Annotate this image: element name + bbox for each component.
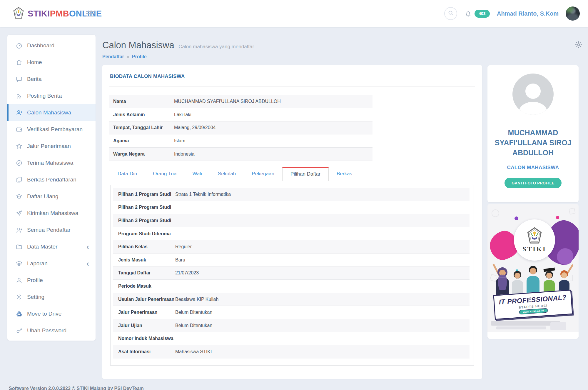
sidebar-item-label: Dashboard xyxy=(27,42,54,49)
row-value: Strata 1 Teknik Informatika xyxy=(175,192,231,197)
sidebar-item-calon-mahasiswa[interactable]: Calon Mahasiswa xyxy=(7,104,96,121)
profile-photo-placeholder xyxy=(512,74,554,115)
registration-table: Pilihan 1 Program StudiStrata 1 Teknik I… xyxy=(113,188,470,359)
user-plus-icon xyxy=(15,109,23,116)
row-label: Nama xyxy=(109,99,174,104)
sidebar-item-label: Semua Pendaftar xyxy=(27,227,71,233)
row-label: Jenis Masuk xyxy=(113,257,175,263)
sidebar-item-semua-pendaftar[interactable]: Semua Pendaftar xyxy=(7,221,96,238)
sidebar-item-ubah-password[interactable]: Ubah Password xyxy=(7,322,96,339)
row-label: Usulan Jalur Penerimaan xyxy=(113,297,175,302)
chevron-left-icon: ‹ xyxy=(86,260,89,267)
sidebar-item-laporan[interactable]: Laporan‹ xyxy=(7,255,96,272)
app-root: STIKIPMBONLINE 403 Ahmad Rianto, S.Kom D… xyxy=(0,0,588,390)
user-name[interactable]: Ahmad Rianto, S.Kom xyxy=(497,10,559,17)
sidebar-item-move-to-drive[interactable]: Move to Drive xyxy=(7,305,96,322)
table-row: Jalur PenerimaanBelum Ditentukan xyxy=(113,306,470,319)
sidebar-item-dashboard[interactable]: Dashboard xyxy=(7,37,96,54)
table-row: Tempat, Tanggal LahirMalang, 29/09/2004 xyxy=(109,121,372,135)
table-row: Nomor Induk Mahasiswa xyxy=(113,332,470,346)
row-value: Belum Ditentukan xyxy=(175,323,212,328)
row-value: Islam xyxy=(174,138,185,144)
row-value: 21/07/2023 xyxy=(175,270,199,276)
tab-berkas[interactable]: Berkas xyxy=(329,167,360,181)
breadcrumb-link-pendaftar[interactable]: Pendaftar xyxy=(102,54,124,59)
star-icon xyxy=(15,142,23,150)
banner-brand: STIKI xyxy=(522,245,546,253)
table-row: NamaMUCHAMMAD SYAFI'ULLANA SIROJ ABDULLO… xyxy=(109,95,372,108)
sidebar-item-label: Move to Drive xyxy=(27,311,61,317)
sidebar-item-label: Setting xyxy=(27,294,44,300)
profile-name: MUCHAMMAD SYAFI'ULLANA SIROJ ABDULLOH xyxy=(487,128,579,158)
sidebar-item-label: Jalur Penerimaan xyxy=(27,143,71,149)
sidebar-item-jalur-penerimaan[interactable]: Jalur Penerimaan xyxy=(7,138,96,154)
user-avatar[interactable] xyxy=(566,6,580,21)
chat-icon xyxy=(15,75,23,83)
promo-card: STIKI xyxy=(487,204,579,339)
tab-wali[interactable]: Wali xyxy=(184,167,210,181)
sidebar-item-label: Data Master xyxy=(27,244,57,250)
biodata-card: BIODATA CALON MAHASISWA NamaMUCHAMMAD SY… xyxy=(102,65,482,379)
files-icon xyxy=(15,176,23,183)
tab-sekolah[interactable]: Sekolah xyxy=(210,167,244,181)
tab-pekerjaan[interactable]: Pekerjaan xyxy=(244,167,282,181)
table-row: Jenis KelaminLaki-laki xyxy=(109,108,372,121)
sidebar-item-berkas-pendaftaran[interactable]: Berkas Pendaftaran xyxy=(7,171,96,188)
tab-data-diri[interactable]: Data Diri xyxy=(110,167,145,181)
folder-icon xyxy=(15,243,23,250)
table-row: Pilihan KelasReguler xyxy=(113,240,470,254)
row-value: Laki-laki xyxy=(174,112,191,117)
rss-icon xyxy=(15,92,23,99)
sidebar-item-label: Calon Mahasiswa xyxy=(27,109,71,116)
sidebar-item-label: Profile xyxy=(27,277,43,284)
row-label: Agama xyxy=(109,138,174,144)
table-row: Periode Masuk xyxy=(113,280,470,293)
notifications[interactable]: 403 xyxy=(464,10,490,18)
sidebar-item-posting-berita[interactable]: Posting Berita xyxy=(7,87,96,104)
row-label: Periode Masuk xyxy=(113,284,175,289)
sidebar-item-label: Berkas Pendaftaran xyxy=(27,176,76,183)
sidebar-item-profile[interactable]: Profile xyxy=(7,272,96,289)
sidebar-item-data-master[interactable]: Data Master‹ xyxy=(7,238,96,255)
table-row: Program Studi Diterima xyxy=(113,227,470,241)
row-value: Malang, 29/09/2004 xyxy=(174,125,216,130)
search-icon xyxy=(447,10,454,17)
row-label: Nomor Induk Mahasiswa xyxy=(113,336,175,341)
sidebar-item-label: Daftar Ulang xyxy=(27,193,59,200)
breadcrumb-link-profile[interactable]: Profile xyxy=(132,54,147,59)
sidebar-item-berita[interactable]: Berita xyxy=(7,71,96,87)
tab-orang-tua[interactable]: Orang Tua xyxy=(145,167,184,181)
sidebar-item-daftar-ulang[interactable]: Daftar Ulang xyxy=(7,188,96,205)
sidebar-item-kirimkan-mahasiswa[interactable]: Kirimkan Mahasiswa xyxy=(7,205,96,221)
footer-version-text: Software Version 2.0.0.2023 © STIKI Mala… xyxy=(9,386,144,390)
paper-plane-icon xyxy=(15,209,23,217)
banner-headline: IT PROFESSIONAL? xyxy=(499,294,567,306)
tab-pilihan-daftar[interactable]: Pilihan Daftar xyxy=(282,167,329,181)
page-settings-gear-icon[interactable] xyxy=(574,41,583,50)
menu-toggle-icon[interactable] xyxy=(86,10,95,17)
table-row: Pilihan 1 Program StudiStrata 1 Teknik I… xyxy=(113,188,470,201)
sidebar-item-home[interactable]: Home xyxy=(7,54,96,71)
page-head: Calon Mahasiswa Calon mahasiswa yang men… xyxy=(102,40,254,51)
sidebar: DashboardHomeBeritaPosting BeritaCalon M… xyxy=(7,35,96,341)
sidebar-item-terima-mahasiswa[interactable]: Terima Mahasiswa xyxy=(7,154,96,171)
row-label: Warga Negara xyxy=(109,151,174,157)
graduation-cap-icon xyxy=(15,193,23,200)
table-row: Warga NegaraIndonesia xyxy=(109,148,372,161)
table-row: Jalur UjianBelum Ditentukan xyxy=(113,319,470,332)
search-button[interactable] xyxy=(444,7,457,20)
row-label: Pilihan Kelas xyxy=(113,244,175,249)
profile-tabs: Data DiriOrang TuaWaliSekolahPekerjaanPi… xyxy=(110,167,360,181)
sidebar-item-setting[interactable]: Setting xyxy=(7,289,96,305)
layers-icon xyxy=(15,260,23,267)
table-row: Usulan Jalur PenerimaanBeasiswa KIP Kuli… xyxy=(113,293,470,306)
check-circle-icon xyxy=(15,159,23,166)
table-row: Pilihan 3 Program Studi xyxy=(113,214,470,227)
key-icon xyxy=(15,327,23,334)
page-subtitle: Calon mahasiswa yang mendaftar xyxy=(178,44,254,49)
change-photo-button[interactable]: GANTI FOTO PROFILE xyxy=(505,178,561,188)
stiki-emblem-icon xyxy=(13,7,24,20)
sidebar-item-verifikasi-pembayaran[interactable]: Verifikasi Pembayaran xyxy=(7,121,96,138)
promo-banner: STIKI xyxy=(487,204,579,332)
biodata-heading: BIODATA CALON MAHASISWA xyxy=(110,74,185,79)
